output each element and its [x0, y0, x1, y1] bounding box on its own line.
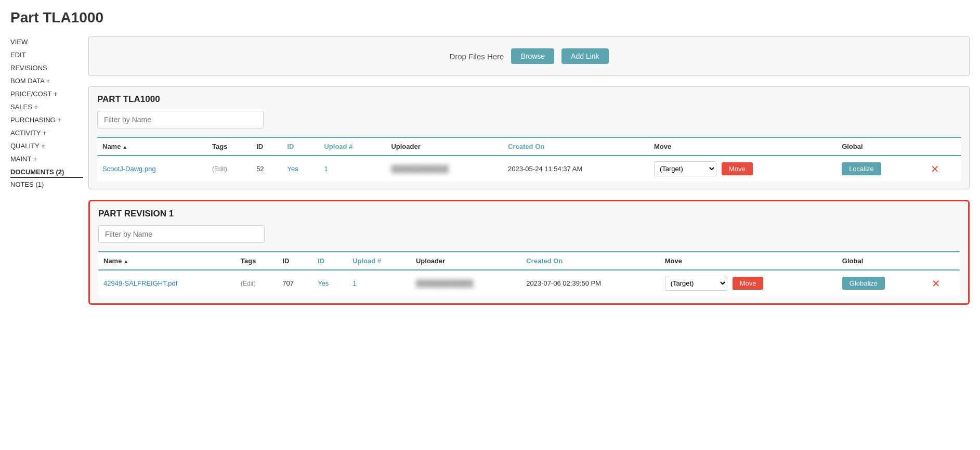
col-name[interactable]: Name: [97, 137, 207, 156]
rev-upload-num-link[interactable]: 1: [352, 279, 356, 287]
sidebar-item-documents[interactable]: DOCUMENTS (2): [10, 165, 83, 178]
sidebar-item-sales[interactable]: SALES +: [10, 100, 83, 113]
rev-col-id1: ID: [277, 252, 312, 270]
sidebar-item-revisions[interactable]: REVISIONS: [10, 61, 83, 74]
rev-move-button[interactable]: Move: [733, 277, 764, 290]
col-upload[interactable]: Upload #: [319, 137, 386, 156]
rev-created-on: 2023-07-06 02:39:50 PM: [521, 270, 659, 296]
sidebar-item-purchasing[interactable]: PURCHASING +: [10, 113, 83, 126]
rev-move-select[interactable]: (Target): [665, 276, 727, 291]
sidebar-item-notes[interactable]: NOTES (1): [10, 178, 83, 191]
globalize-button[interactable]: Globalize: [842, 277, 885, 290]
doc-name-link[interactable]: ScootJ-Dawg.png: [102, 165, 156, 173]
revision-filter-input[interactable]: [98, 225, 265, 243]
sidebar-item-bom-data[interactable]: BOM DATA +: [10, 74, 83, 87]
revision-table: Name Tags ID ID Upload # Uploader Create…: [98, 251, 960, 296]
created-on: 2023-05-24 11:54:37 AM: [503, 156, 649, 182]
rev-doc-name-link[interactable]: 42949-SALFREIGHT.pdf: [103, 279, 177, 287]
rev-col-move: Move: [660, 252, 837, 270]
rev-doc-id1: 707: [277, 270, 312, 296]
sidebar: VIEW EDIT REVISIONS BOM DATA + PRICE/COS…: [0, 31, 83, 447]
rev-col-tags: Tags: [236, 252, 277, 270]
doc-id2-link[interactable]: Yes: [287, 165, 298, 173]
rev-col-created-on[interactable]: Created On: [521, 252, 659, 270]
sidebar-item-maint[interactable]: MAINT +: [10, 152, 83, 165]
delete-icon[interactable]: ✕: [931, 163, 939, 175]
sidebar-item-view[interactable]: VIEW: [10, 35, 83, 48]
rev-col-upload[interactable]: Upload #: [347, 252, 411, 270]
rev-col-name[interactable]: Name: [98, 252, 236, 270]
localize-button[interactable]: Localize: [842, 162, 881, 175]
col-action: [922, 137, 961, 156]
table-row: ScootJ-Dawg.png (Edit) 52 Yes 1 ████████…: [97, 156, 961, 182]
main-content: Drop Files Here Browse Add Link PART TLA…: [83, 31, 980, 447]
drop-zone: Drop Files Here Browse Add Link: [88, 36, 970, 76]
sidebar-item-quality[interactable]: QUALITY +: [10, 139, 83, 152]
part-table: Name Tags ID ID Upload # Uploader Create…: [97, 137, 961, 182]
sidebar-item-edit[interactable]: EDIT: [10, 48, 83, 61]
col-id2[interactable]: ID: [282, 137, 319, 156]
move-select[interactable]: (Target): [654, 161, 716, 176]
add-link-button[interactable]: Add Link: [561, 48, 608, 64]
rev-doc-id2-link[interactable]: Yes: [318, 279, 329, 287]
upload-num-link[interactable]: 1: [324, 165, 328, 173]
part-section: PART TLA1000 Name Tags ID ID Upload # Up…: [88, 86, 970, 189]
uploader-text: ████████████: [391, 165, 449, 173]
rev-delete-icon[interactable]: ✕: [932, 278, 940, 289]
doc-id1: 52: [251, 156, 282, 182]
revision-section-title: PART REVISION 1: [98, 209, 960, 219]
drop-zone-text: Drop Files Here: [449, 52, 504, 61]
page-title: Part TLA1000: [0, 0, 980, 31]
col-created-on[interactable]: Created On: [503, 137, 649, 156]
col-global: Global: [837, 137, 922, 156]
rev-uploader-text: ████████████: [416, 279, 474, 287]
rev-col-id2[interactable]: ID: [312, 252, 347, 270]
rev-tags-edit-link[interactable]: (Edit): [241, 280, 256, 287]
table-row: 42949-SALFREIGHT.pdf (Edit) 707 Yes 1 ██…: [98, 270, 960, 296]
col-tags: Tags: [207, 137, 251, 156]
sidebar-item-activity[interactable]: ACTIVITY +: [10, 126, 83, 139]
browse-button[interactable]: Browse: [511, 48, 554, 64]
rev-col-global: Global: [837, 252, 923, 270]
tags-edit-link[interactable]: (Edit): [212, 165, 227, 173]
move-button[interactable]: Move: [722, 162, 753, 175]
col-uploader: Uploader: [386, 137, 503, 156]
rev-col-uploader: Uploader: [411, 252, 521, 270]
rev-col-action: [923, 252, 960, 270]
sidebar-item-price-cost[interactable]: PRICE/COST +: [10, 87, 83, 100]
footer-explain: Explain and Send Screenshots: [0, 447, 980, 450]
revision-section: PART REVISION 1 Name Tags ID ID Upload #…: [88, 200, 970, 305]
col-id1: ID: [251, 137, 282, 156]
col-move: Move: [649, 137, 837, 156]
part-section-title: PART TLA1000: [97, 94, 961, 105]
part-filter-input[interactable]: [97, 111, 264, 128]
